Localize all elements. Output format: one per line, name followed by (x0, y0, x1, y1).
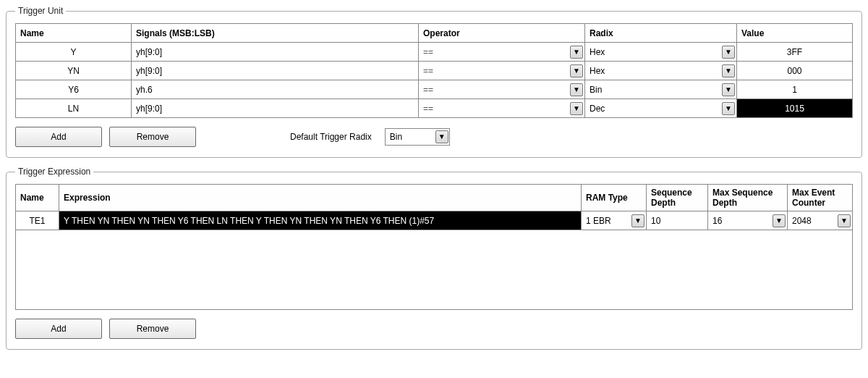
trigger-expression-table: Name Expression RAM Type Sequence Depth … (15, 184, 853, 230)
chevron-down-icon[interactable]: ▼ (838, 214, 851, 227)
operator-cell[interactable]: == ▼ (419, 43, 585, 62)
operator-value: == (423, 66, 433, 76)
table-row: Y6 yh.6 == ▼ Bin ▼ 1 (16, 80, 853, 99)
operator-cell[interactable]: == ▼ (419, 99, 585, 118)
col-radix: Radix (585, 24, 737, 43)
trigger-expression-empty-area (15, 230, 853, 310)
name-cell[interactable]: YN (16, 62, 132, 80)
value-cell[interactable]: 1015 (737, 99, 853, 118)
trigger-expression-group: Trigger Expression Name Expression RAM T… (6, 167, 862, 350)
value-cell[interactable]: 3FF (737, 43, 853, 62)
col-name: Name (16, 24, 132, 43)
chevron-down-icon[interactable]: ▼ (722, 64, 735, 77)
table-row: LN yh[9:0] == ▼ Dec ▼ 1015 (16, 99, 853, 118)
table-header-row: Name Signals (MSB:LSB) Operator Radix Va… (16, 24, 853, 43)
radix-value: Bin (590, 85, 602, 95)
operator-cell[interactable]: == ▼ (419, 62, 585, 80)
col-max-event-counter: Max Event Counter (788, 185, 853, 211)
signals-cell[interactable]: yh[9:0] (132, 62, 419, 80)
radix-cell[interactable]: Dec ▼ (585, 99, 737, 118)
chevron-down-icon[interactable]: ▼ (435, 130, 448, 143)
radix-cell[interactable]: Hex ▼ (585, 43, 737, 62)
col-operator: Operator (419, 24, 585, 43)
chevron-down-icon[interactable]: ▼ (722, 102, 735, 115)
trigger-unit-toolbar: Add Remove Default Trigger Radix Bin ▼ (15, 127, 853, 147)
name-cell[interactable]: Y6 (16, 80, 132, 99)
col-value: Value (737, 24, 853, 43)
ram-type-value: 1 EBR (586, 216, 611, 226)
table-header-row: Name Expression RAM Type Sequence Depth … (16, 185, 853, 211)
radix-value: Hex (590, 47, 605, 57)
default-trigger-radix-select[interactable]: Bin ▼ (385, 128, 450, 146)
add-button[interactable]: Add (15, 127, 102, 147)
operator-value: == (423, 85, 433, 95)
name-cell[interactable]: TE1 (16, 211, 59, 230)
operator-value: == (423, 47, 433, 57)
name-cell[interactable]: Y (16, 43, 132, 62)
radix-cell[interactable]: Bin ▼ (585, 80, 737, 99)
trigger-unit-legend: Trigger Unit (15, 6, 66, 16)
expression-cell[interactable]: Y THEN YN THEN YN THEN Y6 THEN LN THEN Y… (59, 211, 582, 230)
table-row: TE1 Y THEN YN THEN YN THEN Y6 THEN LN TH… (16, 211, 853, 230)
chevron-down-icon[interactable]: ▼ (631, 214, 644, 227)
chevron-down-icon[interactable]: ▼ (570, 102, 583, 115)
radix-value: Dec (590, 104, 605, 114)
chevron-down-icon[interactable]: ▼ (570, 46, 583, 59)
ram-type-cell[interactable]: 1 EBR ▼ (582, 211, 647, 230)
default-trigger-radix-value: Bin (390, 132, 402, 142)
operator-cell[interactable]: == ▼ (419, 80, 585, 99)
max-seq-depth-value: 16 (712, 216, 722, 226)
seq-depth-cell[interactable]: 10 (647, 211, 708, 230)
table-row: Y yh[9:0] == ▼ Hex ▼ 3FF (16, 43, 853, 62)
trigger-expression-legend: Trigger Expression (15, 167, 93, 177)
col-max-seq-depth: Max Sequence Depth (708, 185, 788, 211)
signals-cell[interactable]: yh[9:0] (132, 99, 419, 118)
chevron-down-icon[interactable]: ▼ (722, 83, 735, 96)
col-ram-type: RAM Type (582, 185, 647, 211)
name-cell[interactable]: LN (16, 99, 132, 118)
chevron-down-icon[interactable]: ▼ (773, 214, 786, 227)
value-cell[interactable]: 000 (737, 62, 853, 80)
signals-cell[interactable]: yh[9:0] (132, 43, 419, 62)
chevron-down-icon[interactable]: ▼ (570, 83, 583, 96)
operator-value: == (423, 104, 433, 114)
default-trigger-radix-label: Default Trigger Radix (290, 132, 372, 142)
chevron-down-icon[interactable]: ▼ (722, 46, 735, 59)
col-signals: Signals (MSB:LSB) (132, 24, 419, 43)
trigger-unit-table: Name Signals (MSB:LSB) Operator Radix Va… (15, 23, 853, 118)
max-seq-depth-cell[interactable]: 16 ▼ (708, 211, 788, 230)
trigger-unit-group: Trigger Unit Name Signals (MSB:LSB) Oper… (6, 6, 862, 158)
radix-value: Hex (590, 66, 605, 76)
radix-cell[interactable]: Hex ▼ (585, 62, 737, 80)
remove-button[interactable]: Remove (109, 127, 196, 147)
value-cell[interactable]: 1 (737, 80, 853, 99)
max-event-counter-cell[interactable]: 2048 ▼ (788, 211, 853, 230)
col-expression: Expression (59, 185, 582, 211)
col-name: Name (16, 185, 59, 211)
max-event-counter-value: 2048 (792, 216, 812, 226)
chevron-down-icon[interactable]: ▼ (570, 64, 583, 77)
signals-cell[interactable]: yh.6 (132, 80, 419, 99)
table-row: YN yh[9:0] == ▼ Hex ▼ 000 (16, 62, 853, 80)
remove-button[interactable]: Remove (109, 319, 196, 339)
trigger-expression-toolbar: Add Remove (15, 319, 853, 339)
col-seq-depth: Sequence Depth (647, 185, 708, 211)
add-button[interactable]: Add (15, 319, 102, 339)
